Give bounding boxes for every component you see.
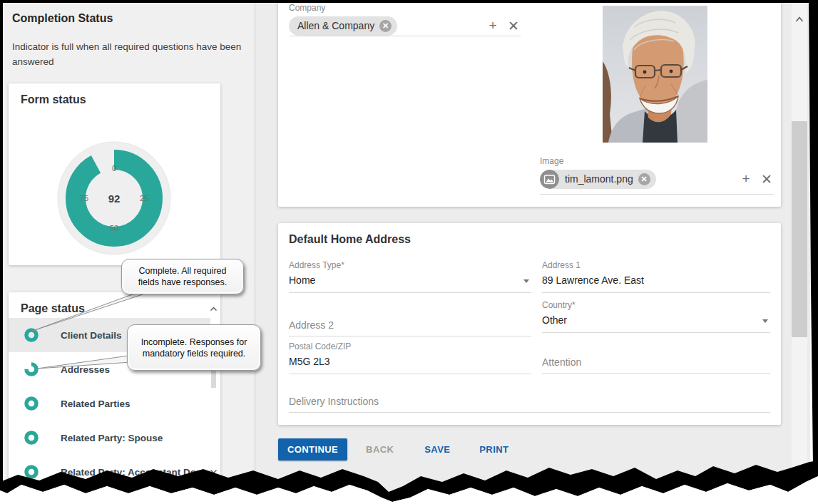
status-complete-icon [24,431,39,445]
country-select[interactable]: Country* Other [542,300,770,333]
country-label: Country* [542,300,770,310]
page-status-item-label: Addresses [61,364,110,375]
address1-label: Address 1 [542,260,770,270]
page-status-item-label: Client Details [61,330,122,341]
company-field[interactable]: Company Allen & Company ✕ + ✕ [289,3,521,36]
page-status-item-related-parties[interactable]: Related Parties [9,386,210,421]
form-actions: CONTINUE BACK SAVE PRINT [278,438,513,461]
address-card-title: Default Home Address [289,233,411,246]
address-type-value: Home [289,270,531,292]
postal-code-field[interactable]: Postal Code/ZIP M5G 2L3 [289,341,531,374]
chevron-down-icon [762,319,768,323]
chip-remove-icon[interactable]: ✕ [638,173,650,185]
default-home-address-card: Default Home Address Address Type* Home … [278,223,781,425]
clear-icon[interactable]: ✕ [506,18,521,34]
gauge-tick-0: 0 [112,164,116,173]
form-status-title: Form status [21,93,86,106]
page-status-item-label: Related Party: Spouse [61,433,163,443]
completion-gauge-chart: 0 25 50 75 92 [50,134,178,262]
gauge-tick-25: 25 [140,194,148,202]
panel-description: Indicator is full when all required ques… [12,39,249,69]
callout-complete: Complete. All required fields have respo… [121,259,244,294]
country-value: Other [542,310,770,332]
gauge-value: 92 [108,192,121,205]
address1-field[interactable]: Address 1 89 Lawrence Ave. East [542,260,770,293]
image-label: Image [540,156,774,166]
address-type-label: Address Type* [289,260,531,270]
page-status-item-related-party-spouse[interactable]: Related Party: Spouse [9,421,210,455]
postal-code-label: Postal Code/ZIP [289,341,531,351]
client-details-card: Company Allen & Company ✕ + ✕ [278,0,781,207]
image-field[interactable]: Image tim_lamont.png ✕ + ✕ [540,156,774,195]
continue-button[interactable]: CONTINUE [278,438,347,461]
gauge-tick-75: 75 [80,194,88,202]
add-icon[interactable]: + [739,171,753,187]
add-icon[interactable]: + [486,18,500,34]
page-status-item-label: Related Parties [61,398,131,409]
client-photo [603,6,707,143]
delivery-instructions-placeholder: Delivery Instructions [289,396,770,412]
callout-incomplete: Incomplete. Responses for mandatory fiel… [127,324,261,371]
chip-remove-icon[interactable]: ✕ [379,20,392,32]
attention-field[interactable]: Attention [542,356,770,374]
form-status-card: Form status 0 25 50 75 92 [9,83,220,265]
status-complete-icon [24,328,39,342]
attention-placeholder: Attention [542,356,770,373]
page-status-title: Page status [21,302,85,315]
scroll-up-icon[interactable] [210,307,218,312]
postal-code-value: M5G 2L3 [289,351,531,374]
scrollbar-thumb[interactable] [792,121,807,337]
chevron-down-icon [523,279,529,283]
save-button[interactable]: SAVE [420,443,454,456]
image-thumbnail-icon [540,170,559,189]
address1-value: 89 Lawrence Ave. East [542,270,770,292]
gauge-tick-50: 50 [110,224,118,232]
image-chip-text: tim_lamont.png [565,173,633,185]
panel-title: Completion Status [12,12,113,25]
scroll-up-icon[interactable] [795,16,804,23]
status-incomplete-icon [24,362,39,376]
back-button[interactable]: BACK [362,443,398,456]
window-scrollbar[interactable] [792,2,807,497]
address-type-select[interactable]: Address Type* Home [289,260,531,293]
screenshot-root: Completion Status Indicator is full when… [0,0,818,504]
company-chip[interactable]: Allen & Company ✕ [289,16,397,36]
company-chip-text: Allen & Company [297,20,374,31]
status-complete-icon [24,396,39,411]
address2-field[interactable]: Address 2 [289,319,531,336]
address2-placeholder: Address 2 [289,319,531,336]
page-status-card: Page status Client Details Addresses Rel… [9,292,220,501]
scroll-down-icon[interactable] [210,469,218,474]
image-chip[interactable]: tim_lamont.png ✕ [540,170,656,189]
status-complete-icon [24,465,39,479]
company-label: Company [289,3,521,13]
print-button[interactable]: PRINT [475,443,513,456]
clear-icon[interactable]: ✕ [760,171,774,187]
page-status-item-label: Related Party: Accountant Don... [61,467,210,478]
delivery-instructions-field[interactable]: Delivery Instructions [289,396,770,413]
page-status-item-related-party-accountant[interactable]: Related Party: Accountant Don... [9,455,210,489]
